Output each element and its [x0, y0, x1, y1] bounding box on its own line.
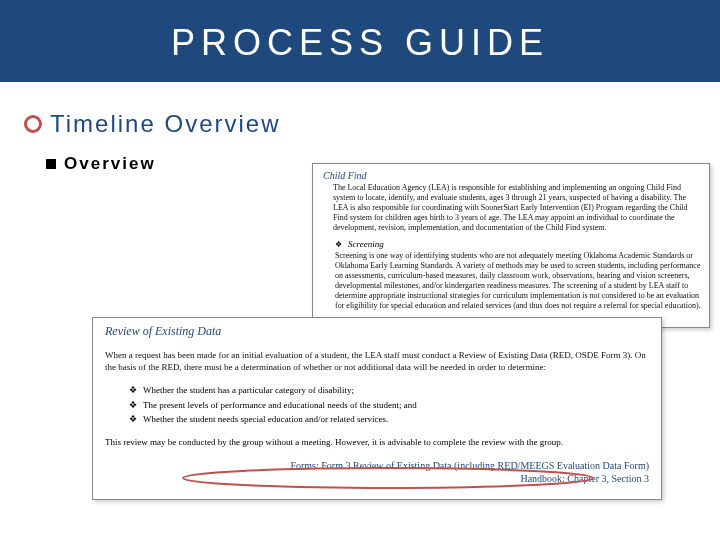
overview-label: Overview	[64, 154, 156, 174]
content-area: Timeline Overview Overview	[0, 82, 720, 174]
bullet-2: The present levels of performance and ed…	[143, 398, 417, 412]
forms-line: Forms: Form 3 Review of Existing Data (i…	[105, 459, 649, 472]
timeline-title: Timeline Overview	[50, 110, 281, 138]
bullet-3: Whether the student needs special educat…	[143, 412, 388, 426]
review-footer: This review may be conducted by the grou…	[105, 436, 649, 448]
timeline-row: Timeline Overview	[24, 110, 696, 138]
child-find-body: The Local Education Agency (LEA) is resp…	[323, 183, 701, 233]
review-bullets: ❖Whether the student has a particular ca…	[129, 383, 649, 426]
header-bar: PROCESS GUIDE	[0, 0, 720, 82]
bullet-1: Whether the student has a particular cat…	[143, 383, 354, 397]
snippet-child-find: Child Find The Local Education Agency (L…	[312, 163, 710, 328]
circle-bullet-icon	[24, 115, 42, 133]
screening-title: Screening	[348, 239, 384, 249]
diamond-bullet-icon: ❖	[335, 240, 342, 249]
square-bullet-icon	[46, 159, 56, 169]
review-intro: When a request has been made for an init…	[105, 349, 649, 373]
diamond-bullet-icon: ❖	[129, 412, 137, 426]
screening-body: Screening is one way of identifying stud…	[335, 251, 701, 311]
diamond-bullet-icon: ❖	[129, 398, 137, 412]
handbook-line: Handbook: Chapter 3, Section 3	[105, 472, 649, 485]
review-forms-block: Forms: Form 3 Review of Existing Data (i…	[105, 459, 649, 485]
review-heading: Review of Existing Data	[105, 324, 649, 339]
diamond-bullet-icon: ❖	[129, 383, 137, 397]
child-find-heading: Child Find	[323, 170, 701, 181]
child-find-sub: ❖ Screening Screening is one way of iden…	[335, 239, 701, 311]
page-title: PROCESS GUIDE	[0, 22, 720, 64]
snippet-review-existing-data: Review of Existing Data When a request h…	[92, 317, 662, 500]
